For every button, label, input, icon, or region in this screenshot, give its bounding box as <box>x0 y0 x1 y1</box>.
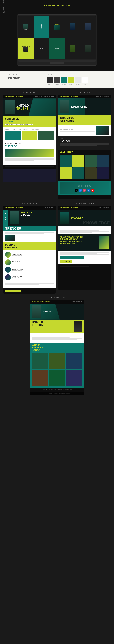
platform-spotify[interactable]: Spotify <box>5 124 9 126</box>
consulting-hero-title-bg: KNOWLEDGE <box>83 220 110 225</box>
podcast-nav-link-2[interactable]: PODCAST <box>50 207 54 208</box>
bio-nav-link-2[interactable]: ABOUT <box>76 301 80 302</box>
podcast-nav-logo: THE SPENCER LODGE PODCAST <box>5 207 24 208</box>
home-hero: UNTOLD TRUTHS <box>3 98 56 116</box>
font-label: FONT USED <box>7 74 37 76</box>
social-youtube[interactable]: ▶ <box>91 189 94 192</box>
speaking-sponsor: SPONSOR SOLUTIONS <box>58 125 111 136</box>
bio-nav-link-3[interactable]: BIO <box>81 301 82 302</box>
bio-footer-nav: HOME ABOUT SPEAKING PODCAST CONSULTING B… <box>30 388 84 392</box>
speaking-media-bg: MEDIA T f ◎ in <box>60 182 109 194</box>
speaking-nav: THE SPENCER LODGE PODCAST HOME ABOUT SPE… <box>58 95 111 98</box>
speaking-nav-link-2[interactable]: ABOUT <box>100 96 103 97</box>
consulting-nav-link-1[interactable]: HOME <box>99 207 102 208</box>
bio-whois: WHO IS SPENCER LODGE <box>30 342 84 388</box>
home-latest: LATEST FROM THE BLOG <box>3 141 56 165</box>
laptop-cell-img1 <box>65 16 80 38</box>
podcast-video-thumb <box>5 234 15 241</box>
consulting-nav-logo: THE SPENCER LODGE PODCAST <box>60 207 79 208</box>
platform-google[interactable]: Google <box>14 124 19 126</box>
color-code-1: #2d2d2d <box>47 84 53 85</box>
home-nav-link-speaking[interactable]: SPEAKING <box>43 96 49 97</box>
speaking-footer-line-1 <box>60 197 109 197</box>
speaking-nav-link-1[interactable]: HOME <box>96 96 99 97</box>
consulting-btn[interactable]: GET STARTED <box>60 260 72 263</box>
facebook-icon: f <box>80 190 81 191</box>
social-linkedin[interactable]: in <box>87 189 90 192</box>
podcast-episode-1: Episode Title One Guest Name · Duration <box>5 251 54 259</box>
consulting-form-field[interactable] <box>60 256 84 259</box>
gallery-item-1 <box>60 155 72 167</box>
episode-4-sub: Guest Name · Duration <box>12 277 54 278</box>
bio-copyright: © 2023 THE SPENCER LODGE PODCAST. ALL RI… <box>30 392 84 395</box>
con-line-4 <box>60 231 109 232</box>
bio-whois-img-2 <box>49 353 65 369</box>
extra-line-1 <box>5 283 54 284</box>
home-subscribe-text: SUBSCRIBE TO THE <box>5 118 54 123</box>
social-instagram[interactable]: ◎ <box>83 189 86 192</box>
gallery-item-3 <box>85 155 97 167</box>
home-subscribe: SUBSCRIBE TO THE Spotify Apple Google St… <box>3 116 56 127</box>
platform-stitcher[interactable]: Stitcher <box>19 124 24 126</box>
color-codes: #2d2d2d #3d3d3d #0d7a6e #c5d82e #e8e8e8 … <box>47 84 107 85</box>
consulting-nav-link-2[interactable]: CONSULTING <box>103 207 109 208</box>
bio-footer-link-about[interactable]: ABOUT <box>46 389 50 390</box>
speaking-sponsor-text: SPONSOR SOLUTIONS <box>60 129 95 132</box>
podcast-content-line-2 <box>5 233 44 234</box>
speaking-sponsor-image <box>96 126 109 135</box>
episode-3-image <box>5 267 11 273</box>
speaking-footer-lines <box>60 197 109 198</box>
consulting-page-label: CONSULTING PAGE <box>58 203 111 204</box>
linkedin-icon: in <box>88 190 89 191</box>
bio-content-line-1 <box>32 335 82 335</box>
sponsor-line-2 <box>60 132 86 132</box>
bio-footer-link-bio[interactable]: BIO <box>70 389 72 390</box>
platform-radio[interactable]: Radio <box>29 124 33 126</box>
font-name: Anton regular <box>7 77 37 79</box>
bio-footer-link-consulting[interactable]: CONSULTING <box>63 389 69 390</box>
speaking-nav-link-3[interactable]: SPEAKING <box>104 96 109 97</box>
topic-line-3 <box>60 145 97 146</box>
gallery-item-7 <box>85 168 97 179</box>
home-nav: THE SPENCER LODGE PODCAST HOME ABOUT SPE… <box>3 95 56 98</box>
con-line-2 <box>60 229 109 229</box>
swatch-white <box>82 77 88 83</box>
bio-footer-link-home[interactable]: HOME <box>42 389 45 390</box>
video-thumb-3 <box>38 131 54 140</box>
social-tiktok[interactable]: T <box>75 189 78 192</box>
podcast-content-block <box>3 232 56 242</box>
platform-apple[interactable]: Apple <box>10 124 14 126</box>
bio-about-title: ABOUT <box>43 310 51 313</box>
podcast-spencer-name-section: SPENCER <box>3 226 56 232</box>
con-extra-line-3 <box>60 254 109 255</box>
bio-copyright-text: © 2023 THE SPENCER LODGE PODCAST. ALL RI… <box>32 393 82 394</box>
blog-line-4 <box>5 162 54 162</box>
podcast-footer-btn[interactable]: VIEW ALL EPISODES <box>5 290 21 292</box>
podcast-content-line-1 <box>5 232 54 233</box>
extra-line-3 <box>5 285 54 286</box>
home-nav-link-podcast[interactable]: PODCAST <box>50 96 54 97</box>
home-nav-link-home[interactable]: HOME <box>35 96 38 97</box>
speaking-nav-links: HOME ABOUT SPEAKING <box>96 96 109 97</box>
bio-footer-link-speaking[interactable]: SPEAKING <box>51 389 56 390</box>
bio-nav-link-1[interactable]: HOME <box>72 301 75 302</box>
laptop-cell-untold: UNTOLD UNTOLD TRUTHS <box>34 38 49 60</box>
platform-iheart[interactable]: iHeart <box>25 124 29 126</box>
topic-line-1 <box>60 143 109 144</box>
podcast-nav-link-1[interactable]: HOME <box>46 207 49 208</box>
social-facebook[interactable]: f <box>79 189 82 192</box>
podcast-hero-image <box>10 211 19 224</box>
brand-logo: THE SPENCER LODGE PODCAST <box>44 5 70 7</box>
bio-footer-link-podcast[interactable]: PODCAST <box>57 389 62 390</box>
con-footer-line-2 <box>60 266 89 267</box>
home-nav-link-about[interactable]: ABOUT <box>39 96 42 97</box>
episode-3-info: Episode Title Three Guest Name · Duratio… <box>12 268 54 271</box>
bio-whois-grid <box>32 353 82 386</box>
bio-content-line-2 <box>32 336 82 336</box>
bio-content-line-3 <box>32 337 70 338</box>
bio-whois-img-6 <box>66 370 82 386</box>
podcast-episode-list: Episode Title One Guest Name · Duration … <box>3 250 56 282</box>
podcast-hero-text: POPULAR MIDDLE <box>21 211 54 224</box>
consulting-hero-image <box>60 212 69 224</box>
podcast-nav-links: HOME PODCAST <box>46 207 54 208</box>
